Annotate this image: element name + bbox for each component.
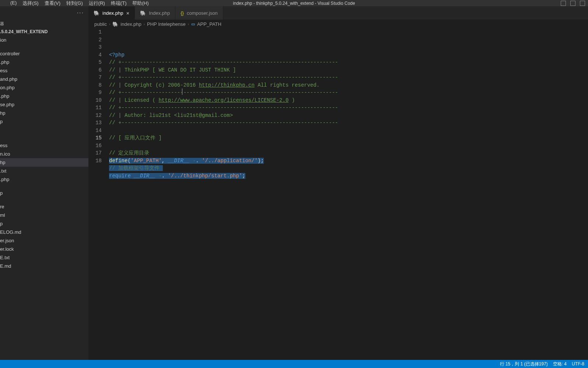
code-line[interactable]: // 加载框架引导文件 (109, 164, 588, 172)
line-number: 5 (88, 59, 102, 66)
editor-tabs: 🐘index.php×🐘Index.php{}composer.json (88, 6, 588, 20)
file-tree-item[interactable]: p (0, 219, 88, 228)
file-tree-item[interactable]: se.php (0, 100, 88, 109)
line-number: 8 (88, 81, 102, 89)
editor-tab[interactable]: {}composer.json (175, 6, 223, 20)
title-bar: (E) 选择(S) 查看(V) 转到(G) 运行(R) 终端(T) 帮助(H) … (0, 0, 588, 6)
breadcrumb-part[interactable]: APP_PATH (197, 21, 221, 27)
layout-icon[interactable] (561, 1, 566, 6)
line-number: 11 (88, 104, 102, 112)
layout-icon[interactable] (580, 1, 585, 6)
status-cursor-pos[interactable]: 行 15，列 1 (已选择197) (500, 361, 548, 367)
code-line[interactable]: // +------------------------------------… (109, 119, 588, 127)
file-tree-item[interactable]: ELOG.md (0, 228, 88, 236)
editor-area: 🐘index.php×🐘Index.php{}composer.json pub… (88, 6, 588, 360)
close-icon[interactable]: × (126, 10, 129, 16)
more-icon[interactable]: ··· (77, 10, 84, 16)
line-number: 9 (88, 89, 102, 97)
window-title: index.php - thinkphp_5.0.24_with_extend … (233, 1, 355, 6)
project-name[interactable]: .5.0.24_WITH_EXTEND (0, 28, 88, 36)
breadcrumb[interactable]: public › 🐘 index.php › PHP Intelephense … (88, 20, 588, 28)
code-line[interactable]: // | Copyright (c) 2006-2016 http://thin… (109, 81, 588, 89)
editor-tab[interactable]: 🐘index.php× (88, 6, 135, 20)
sidebar-explorer: ··· 器 .5.0.24_WITH_EXTEND ioncontroller.… (0, 6, 88, 360)
code-line[interactable] (109, 142, 588, 150)
menu-item[interactable]: 帮助(H) (129, 0, 151, 7)
line-number: 10 (88, 97, 102, 104)
line-number: 7 (88, 74, 102, 81)
menu-item[interactable]: 选择(S) (20, 0, 41, 7)
line-number: 17 (88, 149, 102, 157)
line-number: 2 (88, 36, 102, 44)
code-line[interactable] (109, 127, 588, 135)
code-line[interactable]: // 定义应用目录 (109, 149, 588, 157)
file-tree-item[interactable]: and.php (0, 75, 88, 83)
file-tree-item[interactable]: .php (0, 58, 88, 66)
file-tree-item[interactable]: ess (0, 66, 88, 75)
code-line[interactable]: // | ThinkPHP [ WE CAN DO IT JUST THINK … (109, 66, 588, 74)
constant-icon: ▭ (191, 22, 195, 27)
chevron-right-icon: › (144, 22, 145, 26)
status-indent[interactable]: 空格: 4 (553, 361, 567, 367)
file-tree-item[interactable]: hp (0, 158, 88, 167)
chevron-right-icon: › (109, 22, 110, 26)
php-icon: 🐘 (112, 21, 118, 27)
tab-label: composer.json (187, 10, 218, 16)
code-line[interactable]: require __DIR__ ·. '/../thinkphp/start.p… (109, 172, 588, 180)
line-number: 1 (88, 28, 102, 36)
chevron-right-icon: › (188, 22, 189, 26)
code-line[interactable]: // +------------------------------------… (109, 74, 588, 81)
line-number: 4 (88, 51, 102, 59)
file-tree-item[interactable]: E.md (0, 262, 88, 270)
file-tree-item[interactable]: on.php (0, 83, 88, 92)
code-line[interactable] (109, 180, 588, 187)
file-tree-item[interactable]: controller (0, 49, 88, 58)
tab-label: Index.php (149, 10, 170, 16)
menu-item[interactable]: (E) (7, 0, 20, 7)
code-line[interactable]: // [ 应用入口文件 ] (109, 134, 588, 142)
code-line[interactable]: // +------------------------------------… (109, 89, 588, 97)
breadcrumb-part[interactable]: public (94, 21, 107, 27)
php-icon: 🐘 (94, 10, 99, 16)
menu-item[interactable]: 运行(R) (86, 0, 108, 7)
file-tree-item[interactable]: re (0, 202, 88, 211)
sidebar-actions: ··· (0, 6, 88, 20)
file-tree-item[interactable]: n.ico (0, 150, 88, 158)
file-tree-item[interactable]: .php (0, 175, 88, 184)
breadcrumb-part[interactable]: index.php (120, 21, 141, 27)
code-line[interactable]: // +------------------------------------… (109, 104, 588, 112)
file-tree-item[interactable]: hp (0, 109, 88, 117)
line-number: 13 (88, 119, 102, 127)
file-tree-item[interactable]: E.txt (0, 253, 88, 262)
file-tree-item[interactable]: .php (0, 92, 88, 100)
status-bar: 行 15，列 1 (已选择197) 空格: 4 UTF-8 (0, 360, 588, 368)
code-line[interactable]: define('APP_PATH', __DIR__ ·. '/../appli… (109, 157, 588, 165)
code-line[interactable]: <?php (109, 51, 588, 59)
file-tree-item[interactable]: p (0, 189, 88, 197)
line-number: 18 (88, 157, 102, 165)
menu-item[interactable]: 转到(G) (63, 0, 86, 7)
file-tree-item[interactable]: .txt (0, 167, 88, 175)
file-tree: ioncontroller.phpessand.phpon.php.phpse.… (0, 36, 88, 360)
line-number: 12 (88, 112, 102, 119)
code-line[interactable]: // +------------------------------------… (109, 59, 588, 66)
file-tree-item[interactable]: ml (0, 211, 88, 219)
file-tree-item[interactable]: ion (0, 36, 88, 44)
php-icon: 🐘 (140, 10, 146, 16)
line-number: 3 (88, 44, 102, 51)
file-tree-item[interactable]: er.json (0, 236, 88, 245)
code-line[interactable]: // | Licensed ( http://www.apache.org/li… (109, 97, 588, 104)
status-encoding[interactable]: UTF-8 (572, 361, 584, 367)
code-content[interactable]: <?php// +-------------------------------… (109, 28, 588, 360)
editor-tab[interactable]: 🐘Index.php (135, 6, 175, 20)
code-line[interactable]: // | Author: liu21st <liu21st@gmail.com> (109, 112, 588, 119)
code-editor[interactable]: 123456789101112131415161718 <?php// +---… (88, 28, 588, 360)
layout-icon[interactable] (570, 1, 575, 6)
menu-item[interactable]: 查看(V) (42, 0, 63, 7)
line-number: 6 (88, 66, 102, 74)
file-tree-item[interactable]: ess (0, 141, 88, 150)
breadcrumb-part[interactable]: PHP Intelephense (147, 21, 186, 27)
file-tree-item[interactable]: p (0, 117, 88, 126)
file-tree-item[interactable]: er.lock (0, 245, 88, 253)
menu-item[interactable]: 终端(T) (108, 0, 130, 7)
